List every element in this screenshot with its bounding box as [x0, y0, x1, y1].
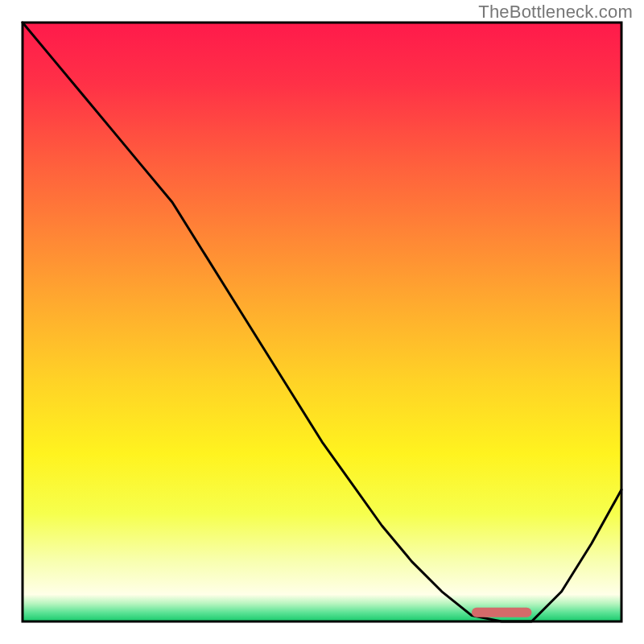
bottleneck-chart — [0, 0, 644, 644]
plot-background — [23, 23, 621, 621]
watermark-text: TheBottleneck.com — [478, 2, 633, 23]
optimum-marker — [472, 608, 531, 617]
